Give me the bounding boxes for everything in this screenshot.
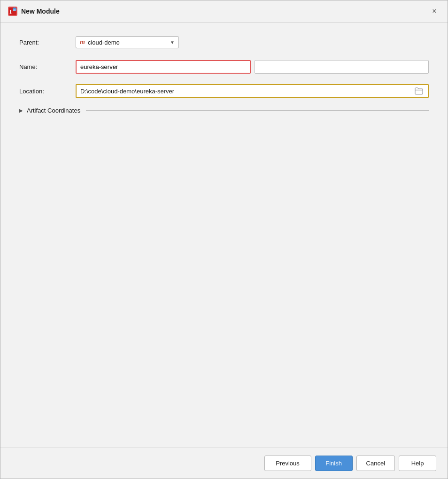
help-button[interactable]: Help	[399, 456, 436, 471]
parent-value: cloud-demo	[88, 39, 167, 46]
parent-label: Parent:	[19, 39, 76, 46]
parent-row: Parent: m cloud-demo ▼	[19, 34, 429, 51]
new-module-dialog: I m New Module × Parent: m cloud-demo ▼	[0, 0, 448, 479]
name-label: Name:	[19, 63, 76, 70]
previous-button[interactable]: Previous	[264, 456, 311, 471]
location-label: Location:	[19, 88, 76, 95]
finish-button[interactable]: Finish	[315, 456, 353, 471]
location-row: Location:	[19, 83, 429, 99]
close-button[interactable]: ×	[429, 6, 440, 17]
browse-folder-button[interactable]	[414, 87, 424, 95]
title-bar-left: I m New Module	[8, 7, 60, 16]
svg-text:m: m	[13, 8, 15, 12]
name-secondary-input[interactable]	[255, 60, 429, 74]
dialog-body: Parent: m cloud-demo ▼ Name: Location:	[0, 23, 448, 448]
location-wrapper	[76, 84, 429, 98]
svg-text:I: I	[9, 8, 12, 15]
artifact-divider	[86, 110, 429, 111]
title-bar: I m New Module ×	[0, 0, 448, 23]
parent-field: m cloud-demo ▼	[76, 36, 429, 48]
cancel-button[interactable]: Cancel	[356, 456, 395, 471]
artifact-header[interactable]: ▶ Artifact Coordinates	[19, 107, 429, 114]
name-fields	[76, 60, 429, 74]
folder-icon	[415, 87, 423, 95]
app-icon: I m	[8, 7, 17, 16]
location-input[interactable]	[80, 88, 412, 95]
artifact-label: Artifact Coordinates	[27, 107, 80, 114]
expand-icon: ▶	[19, 108, 23, 113]
close-icon: ×	[432, 7, 436, 15]
maven-icon: m	[80, 38, 85, 46]
artifact-section: ▶ Artifact Coordinates	[19, 107, 429, 114]
name-row: Name:	[19, 58, 429, 75]
name-primary-input[interactable]	[76, 60, 251, 74]
chevron-down-icon: ▼	[170, 40, 175, 45]
dialog-title: New Module	[21, 8, 60, 15]
dialog-footer: Previous Finish Cancel Help	[0, 448, 448, 479]
parent-dropdown[interactable]: m cloud-demo ▼	[76, 36, 179, 48]
